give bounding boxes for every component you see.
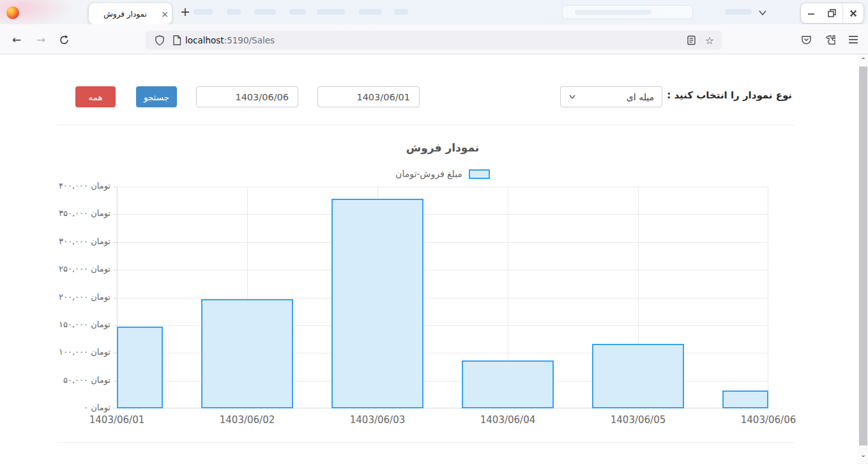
chart-legend[interactable]: مبلغ فروش-تومان <box>251 169 634 179</box>
extensions-puzzle-icon[interactable] <box>823 32 838 47</box>
y-axis-label: ۲۰۰,۰۰۰ تومان <box>0 292 110 302</box>
legend-label: مبلغ فروش-تومان <box>395 169 462 179</box>
tab-title: نمودار فروش <box>89 10 158 19</box>
y-axis-label: ۱۵۰,۰۰۰ تومان <box>0 320 110 329</box>
bar[interactable] <box>117 327 163 408</box>
url-text: localhost:5190/Sales <box>185 35 275 45</box>
scroll-up-arrow[interactable]: ⌃ <box>859 57 867 65</box>
new-tab-button[interactable]: + <box>178 4 193 20</box>
minimize-button[interactable] <box>801 3 821 23</box>
gridline-horizontal <box>117 242 768 243</box>
bottom-divider <box>57 442 794 443</box>
bar[interactable] <box>722 391 768 408</box>
bar[interactable] <box>592 344 684 408</box>
ghost-search-text <box>575 10 651 15</box>
all-button[interactable]: همه <box>75 86 116 107</box>
x-axis-label: 1403/06/01 <box>89 414 144 426</box>
browser-titlebar: نمودار فروش × + <box>0 0 868 24</box>
top-divider <box>57 125 794 125</box>
y-axis-label: ۳۰۰,۰۰۰ تومان <box>0 236 110 246</box>
chart-type-label: نوع نمودار را انتخاب کنید : <box>664 89 792 101</box>
page-info-icon[interactable] <box>172 35 181 45</box>
chevron-down-icon <box>758 8 768 20</box>
gridline-horizontal <box>117 214 768 215</box>
scroll-down-arrow[interactable]: ⌄ <box>859 451 867 460</box>
tab-close-icon[interactable]: × <box>158 9 172 19</box>
y-axis-label: ۳۵۰,۰۰۰ تومان <box>0 208 110 218</box>
ghost-menu-item <box>227 9 241 15</box>
y-axis-label: ۱۰۰,۰۰۰ تومان <box>0 347 110 357</box>
close-button[interactable] <box>842 3 864 23</box>
bar[interactable] <box>201 299 293 408</box>
reload-button[interactable] <box>56 32 72 47</box>
y-axis-label: ۵۰,۰۰۰ تومان <box>0 375 110 385</box>
browser-tab[interactable]: نمودار فروش × <box>89 3 172 24</box>
bookmark-star-icon[interactable]: ☆ <box>705 35 714 47</box>
firefox-icon <box>6 6 19 19</box>
url-bar[interactable]: localhost:5190/Sales ☆ <box>146 31 722 50</box>
date-from-input[interactable] <box>317 86 420 107</box>
gridline-horizontal <box>117 270 768 270</box>
x-axis-label: 1403/06/04 <box>480 414 535 426</box>
y-axis-label: ۴۰۰,۰۰۰ تومان <box>0 181 110 190</box>
x-axis-label: 1403/06/02 <box>220 414 275 426</box>
forward-button: → <box>33 32 49 47</box>
select-chevron-icon <box>568 91 576 103</box>
chart-title: نمودار فروش <box>251 141 634 154</box>
ghost-sign-in <box>725 9 752 15</box>
y-axis-label: ۰ تومان <box>0 403 110 412</box>
x-axis-label: 1403/06/03 <box>350 414 405 426</box>
restore-button[interactable] <box>821 3 842 23</box>
bar[interactable] <box>331 199 423 408</box>
legend-color-box <box>469 169 490 179</box>
chart-plot: ۰ تومان۵۰,۰۰۰ تومان۱۰۰,۰۰۰ تومان۱۵۰,۰۰۰ … <box>117 187 768 408</box>
shield-icon[interactable] <box>155 35 165 46</box>
back-button[interactable]: ← <box>9 32 24 47</box>
window-controls <box>800 3 864 24</box>
x-axis-label: 1403/06/05 <box>611 414 666 426</box>
ghost-menu-item <box>194 9 213 15</box>
ghost-menu-item <box>289 9 306 15</box>
gridline-horizontal <box>117 187 768 187</box>
search-button[interactable]: جستجو <box>136 86 177 107</box>
ghost-menu-item <box>359 9 382 15</box>
chart-type-select[interactable]: میله ای <box>560 86 662 107</box>
date-to-input[interactable] <box>196 86 298 107</box>
scrollbar-thumb[interactable] <box>859 66 867 445</box>
bar[interactable] <box>462 360 554 408</box>
y-axis-label: ۲۵۰,۰۰۰ تومان <box>0 264 110 274</box>
ghost-menu-item <box>394 9 408 15</box>
gridline-horizontal <box>117 298 768 298</box>
ghost-menu-item <box>254 9 276 15</box>
x-axis-label: 1403/06/06 <box>741 414 796 426</box>
chart-type-value: میله ای <box>576 92 662 102</box>
ghost-menu-item <box>317 9 345 15</box>
pocket-icon[interactable] <box>798 32 814 47</box>
menu-hamburger-icon[interactable] <box>846 32 861 47</box>
reader-view-icon[interactable] <box>687 35 696 45</box>
